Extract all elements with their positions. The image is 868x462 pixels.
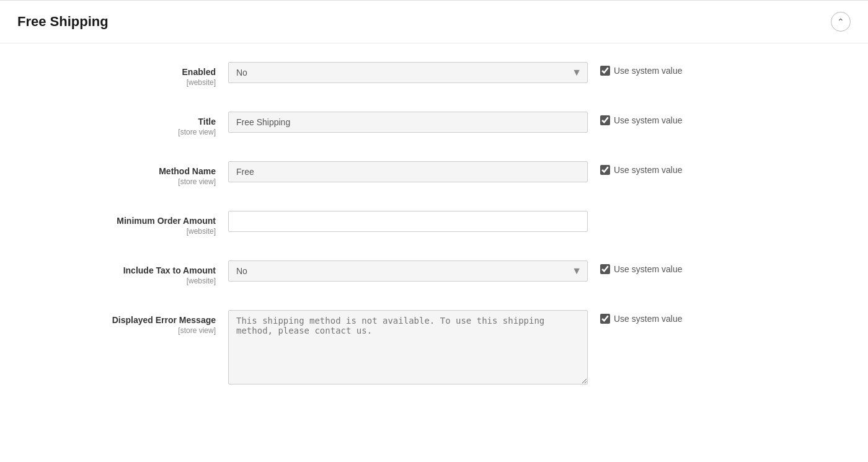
title-use-system-checkbox[interactable] bbox=[600, 115, 610, 125]
error-message-label: Displayed Error Message bbox=[17, 315, 216, 325]
method-name-label: Method Name bbox=[17, 166, 216, 176]
method-name-input[interactable] bbox=[228, 161, 588, 182]
include-tax-use-system-checkbox[interactable] bbox=[600, 264, 610, 274]
error-message-control-col bbox=[228, 310, 588, 386]
enabled-select-wrapper: No Yes ▼ bbox=[228, 62, 588, 83]
minimum-order-amount-label-col: Minimum Order Amount [website] bbox=[17, 211, 228, 236]
include-tax-select[interactable]: No Yes bbox=[228, 260, 588, 282]
error-message-actions-col: Use system value bbox=[588, 310, 712, 324]
minimum-order-amount-row: Minimum Order Amount [website] bbox=[17, 211, 851, 242]
include-tax-use-system-label[interactable]: Use system value bbox=[600, 264, 682, 274]
method-name-scope: [store view] bbox=[17, 177, 216, 186]
enabled-select[interactable]: No Yes bbox=[228, 62, 588, 83]
minimum-order-amount-control-col bbox=[228, 211, 588, 232]
method-name-control-col bbox=[228, 161, 588, 182]
include-tax-label-col: Include Tax to Amount [website] bbox=[17, 260, 228, 285]
title-label-col: Title [store view] bbox=[17, 112, 228, 136]
method-name-use-system-label[interactable]: Use system value bbox=[600, 165, 682, 175]
include-tax-use-system-text: Use system value bbox=[614, 264, 682, 274]
error-message-use-system-text: Use system value bbox=[614, 314, 682, 324]
error-message-row: Displayed Error Message [store view] Use… bbox=[17, 310, 851, 393]
method-name-label-col: Method Name [store view] bbox=[17, 161, 228, 186]
minimum-order-amount-actions-col bbox=[588, 211, 712, 215]
method-name-use-system-checkbox[interactable] bbox=[600, 165, 610, 175]
method-name-actions-col: Use system value bbox=[588, 161, 712, 175]
section-body: Enabled [website] No Yes ▼ Use system va… bbox=[0, 43, 868, 436]
method-name-row: Method Name [store view] Use system valu… bbox=[17, 161, 851, 192]
enabled-actions-col: Use system value bbox=[588, 62, 712, 76]
title-use-system-label[interactable]: Use system value bbox=[600, 115, 682, 125]
minimum-order-amount-label: Minimum Order Amount bbox=[17, 216, 216, 226]
section-header: Free Shipping ⌃ bbox=[0, 1, 868, 43]
title-row: Title [store view] Use system value bbox=[17, 112, 851, 143]
title-actions-col: Use system value bbox=[588, 112, 712, 125]
error-message-use-system-label[interactable]: Use system value bbox=[600, 314, 682, 324]
title-input[interactable] bbox=[228, 112, 588, 133]
enabled-use-system-text: Use system value bbox=[614, 66, 682, 76]
section-title: Free Shipping bbox=[17, 14, 108, 30]
include-tax-row: Include Tax to Amount [website] No Yes ▼… bbox=[17, 260, 851, 291]
error-message-use-system-checkbox[interactable] bbox=[600, 314, 610, 324]
enabled-label: Enabled bbox=[17, 67, 216, 77]
method-name-use-system-text: Use system value bbox=[614, 165, 682, 175]
error-message-scope: [store view] bbox=[17, 326, 216, 335]
title-label: Title bbox=[17, 117, 216, 127]
title-scope: [store view] bbox=[17, 128, 216, 136]
include-tax-control-col: No Yes ▼ bbox=[228, 260, 588, 282]
enabled-use-system-checkbox[interactable] bbox=[600, 66, 610, 76]
title-use-system-text: Use system value bbox=[614, 115, 682, 125]
enabled-scope: [website] bbox=[17, 78, 216, 87]
title-control-col bbox=[228, 112, 588, 133]
error-message-textarea[interactable] bbox=[228, 310, 588, 384]
collapse-button[interactable]: ⌃ bbox=[831, 12, 851, 32]
enabled-use-system-label[interactable]: Use system value bbox=[600, 66, 682, 76]
enabled-row: Enabled [website] No Yes ▼ Use system va… bbox=[17, 62, 851, 93]
include-tax-scope: [website] bbox=[17, 277, 216, 285]
page-container: Free Shipping ⌃ Enabled [website] No Yes… bbox=[0, 0, 868, 462]
include-tax-select-wrapper: No Yes ▼ bbox=[228, 260, 588, 282]
chevron-up-icon: ⌃ bbox=[837, 17, 844, 27]
minimum-order-amount-scope: [website] bbox=[17, 227, 216, 236]
enabled-label-col: Enabled [website] bbox=[17, 62, 228, 87]
include-tax-label: Include Tax to Amount bbox=[17, 265, 216, 275]
error-message-label-col: Displayed Error Message [store view] bbox=[17, 310, 228, 335]
minimum-order-amount-input[interactable] bbox=[228, 211, 588, 232]
include-tax-actions-col: Use system value bbox=[588, 260, 712, 274]
enabled-control-col: No Yes ▼ bbox=[228, 62, 588, 83]
